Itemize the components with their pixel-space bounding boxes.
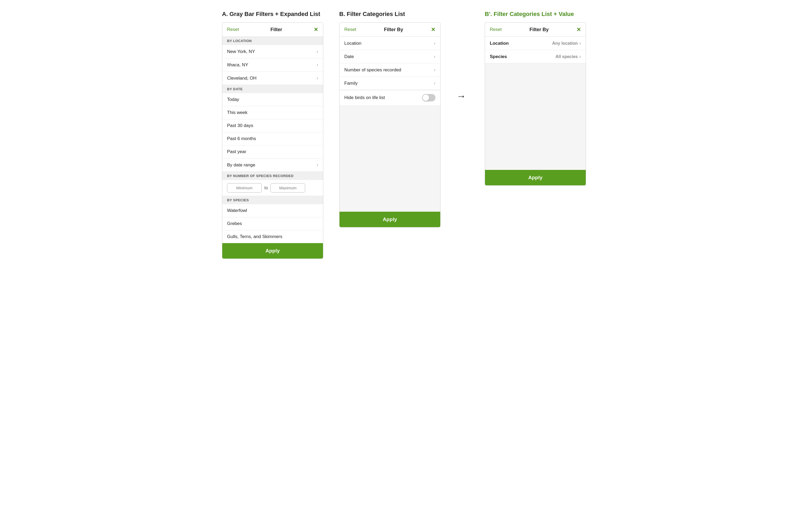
- item-label: Species: [490, 54, 507, 59]
- species-range-row: to: [222, 180, 323, 196]
- panel-a-close-icon[interactable]: ✕: [314, 26, 318, 33]
- item-label: New York, NY: [227, 49, 255, 54]
- item-label: Ithaca, NY: [227, 62, 248, 68]
- empty-area: [485, 63, 586, 170]
- toggle-item: Hide birds on life list: [339, 90, 440, 105]
- list-item[interactable]: Number of species recorded ›: [339, 63, 440, 77]
- panel-b-title: B. Filter Categories List: [339, 11, 405, 18]
- panel-a-body: BY LOCATION New York, NY › Ithaca, NY › …: [222, 37, 323, 243]
- item-label: Family: [344, 81, 357, 86]
- item-value-row: Any location ›: [552, 40, 581, 46]
- chevron-right-icon: ›: [580, 40, 581, 46]
- toggle-label: Hide birds on life list: [344, 95, 385, 100]
- list-item[interactable]: Today: [222, 93, 323, 106]
- list-item[interactable]: Ithaca, NY ›: [222, 58, 323, 72]
- panel-a-title: A. Gray Bar Filters + Expanded List: [222, 11, 320, 18]
- list-item[interactable]: This week: [222, 106, 323, 119]
- panel-a-apply-button[interactable]: Apply: [222, 243, 323, 259]
- empty-area: [339, 105, 440, 212]
- list-item[interactable]: Grebes: [222, 217, 323, 230]
- panel-a: Reset Filter ✕ BY LOCATION New York, NY …: [222, 22, 323, 259]
- list-item[interactable]: Location Any location ›: [485, 37, 586, 50]
- item-label: Today: [227, 97, 239, 102]
- item-label: Grebes: [227, 221, 242, 226]
- list-item[interactable]: New York, NY ›: [222, 45, 323, 58]
- panel-bprime-close-icon[interactable]: ✕: [576, 26, 581, 33]
- item-label: Past 6 months: [227, 136, 256, 141]
- item-label: Cleveland, OH: [227, 76, 257, 81]
- panel-bprime-title: B'. Filter Categories List + Value: [485, 11, 574, 18]
- item-label: This week: [227, 110, 247, 115]
- panel-bprime-header: Reset Filter By ✕: [485, 23, 586, 37]
- panel-b-section: B. Filter Categories List Reset Filter B…: [339, 11, 441, 227]
- chevron-right-icon: ›: [434, 40, 436, 46]
- section-header-species: BY SPECIES: [222, 196, 323, 204]
- panel-b-reset[interactable]: Reset: [344, 27, 356, 32]
- item-label: Gulls, Terns, and Skimmers: [227, 234, 282, 240]
- list-item[interactable]: Family ›: [339, 77, 440, 90]
- panel-b-body: Location › Date › Number of species reco…: [339, 37, 440, 212]
- chevron-right-icon: ›: [434, 67, 436, 73]
- list-item[interactable]: By date range ›: [222, 158, 323, 172]
- list-item[interactable]: Location ›: [339, 37, 440, 50]
- chevron-right-icon: ›: [434, 80, 436, 86]
- panel-b-close-icon[interactable]: ✕: [431, 26, 436, 33]
- list-item[interactable]: Past 30 days: [222, 119, 323, 132]
- maximum-input[interactable]: [271, 183, 305, 192]
- chevron-right-icon: ›: [317, 162, 318, 168]
- panel-b-apply-button[interactable]: Apply: [339, 212, 440, 227]
- section-header-species-count: BY NUMBER OF SPECIES RECORDED: [222, 172, 323, 180]
- item-label: Waterfowl: [227, 208, 247, 213]
- panel-b: Reset Filter By ✕ Location › Date › Numb…: [339, 22, 441, 227]
- panel-bprime-title-label: Filter By: [530, 27, 549, 33]
- item-label: Past 30 days: [227, 123, 253, 128]
- panel-a-section: A. Gray Bar Filters + Expanded List Rese…: [222, 11, 323, 259]
- panel-bprime-body: Location Any location › Species All spec…: [485, 37, 586, 170]
- arrow-icon: →: [457, 91, 466, 102]
- list-item[interactable]: Cleveland, OH ›: [222, 72, 323, 85]
- to-label: to: [264, 186, 268, 190]
- list-item[interactable]: Past year: [222, 145, 323, 158]
- item-label: Past year: [227, 149, 246, 154]
- panel-b-header: Reset Filter By ✕: [339, 23, 440, 37]
- list-item[interactable]: Species All species ›: [485, 50, 586, 63]
- chevron-right-icon: ›: [317, 75, 318, 81]
- chevron-right-icon: ›: [317, 62, 318, 68]
- list-item[interactable]: Past 6 months: [222, 132, 323, 145]
- item-label: By date range: [227, 163, 255, 168]
- item-value: All species: [555, 54, 578, 59]
- panel-b-title-label: Filter By: [384, 27, 403, 33]
- panel-bprime-apply-button[interactable]: Apply: [485, 170, 586, 185]
- list-item[interactable]: Waterfowl: [222, 204, 323, 217]
- panels-container: A. Gray Bar Filters + Expanded List Rese…: [8, 11, 800, 259]
- item-label: Location: [490, 41, 509, 46]
- section-header-date: BY DATE: [222, 85, 323, 93]
- chevron-right-icon: ›: [580, 54, 581, 59]
- item-value: Any location: [552, 41, 578, 46]
- list-item[interactable]: Date ›: [339, 50, 440, 63]
- section-header-location: BY LOCATION: [222, 37, 323, 45]
- panel-a-reset[interactable]: Reset: [227, 27, 239, 32]
- panel-bprime: Reset Filter By ✕ Location Any location …: [485, 22, 586, 186]
- panel-bprime-section: B'. Filter Categories List + Value Reset…: [485, 11, 586, 186]
- chevron-right-icon: ›: [434, 54, 436, 59]
- panel-bprime-reset[interactable]: Reset: [490, 27, 501, 32]
- arrow-connector: →: [457, 11, 469, 102]
- panel-a-title-label: Filter: [271, 27, 282, 33]
- list-item[interactable]: Gulls, Terns, and Skimmers: [222, 230, 323, 243]
- item-label: Date: [344, 54, 354, 59]
- chevron-right-icon: ›: [317, 49, 318, 54]
- minimum-input[interactable]: [227, 183, 262, 192]
- hide-birds-toggle[interactable]: [422, 94, 436, 101]
- panel-a-header: Reset Filter ✕: [222, 23, 323, 37]
- item-value-row: All species ›: [555, 54, 581, 59]
- item-label: Location: [344, 41, 361, 46]
- item-label: Number of species recorded: [344, 68, 401, 73]
